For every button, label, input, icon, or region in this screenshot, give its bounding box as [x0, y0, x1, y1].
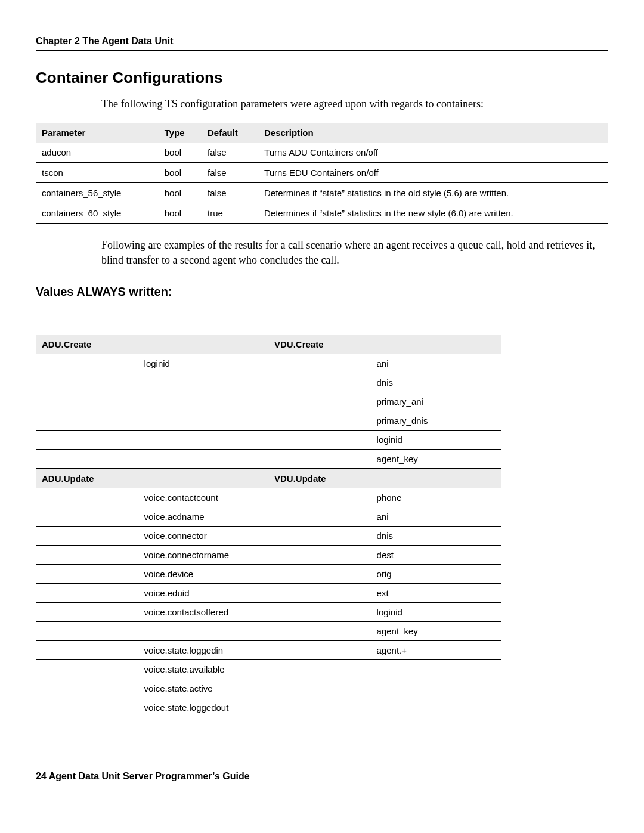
cell: [36, 488, 138, 507]
cell: [36, 526, 138, 545]
cell: voice.device: [138, 564, 268, 583]
cell: [36, 430, 138, 449]
cell: [268, 354, 371, 373]
table-row: primary_dnis: [36, 411, 501, 430]
header-adu-create: ADU.Create: [36, 335, 268, 354]
col-default: Default: [202, 123, 258, 143]
cell: [268, 621, 371, 640]
cell: bool: [159, 143, 202, 163]
cell: agent.+: [371, 640, 501, 659]
cell: [36, 354, 138, 373]
table-row: voice.state.loggedout: [36, 698, 501, 717]
table-row: voice.state.loggedin agent.+: [36, 640, 501, 659]
header-adu-update: ADU.Update: [36, 468, 268, 488]
cell: voice.state.available: [138, 659, 268, 679]
cell: voice.eduid: [138, 583, 268, 602]
cell: bool: [159, 183, 202, 203]
cell: voice.state.loggedin: [138, 640, 268, 659]
cell: [268, 583, 371, 602]
cell: voice.state.active: [138, 679, 268, 698]
cell: voice.contactcount: [138, 488, 268, 507]
cell: [36, 507, 138, 526]
cell: bool: [159, 163, 202, 183]
cell: [371, 698, 501, 717]
cell: [268, 602, 371, 621]
section-title: Container Configurations: [36, 69, 608, 87]
col-type: Type: [159, 123, 202, 143]
cell: tscon: [36, 163, 159, 183]
table-row: voice.connector dnis: [36, 526, 501, 545]
cell: voice.contactsoffered: [138, 602, 268, 621]
table-row: voice.state.available: [36, 659, 501, 679]
table-row: voice.device orig: [36, 564, 501, 583]
cell: Determines if “state” statistics in the …: [258, 183, 608, 203]
cell: false: [202, 163, 258, 183]
cell: [268, 373, 371, 392]
table-row: loginid ani: [36, 354, 501, 373]
cell: dnis: [371, 526, 501, 545]
cell: loginid: [371, 602, 501, 621]
col-description: Description: [258, 123, 608, 143]
page-footer: 24 Agent Data Unit Server Programmer’s G…: [36, 771, 608, 782]
intro-paragraph: The following TS configuration parameter…: [36, 97, 608, 111]
cell: [36, 621, 138, 640]
cell: [138, 411, 268, 430]
header-vdu-create: VDU.Create: [268, 335, 501, 354]
cell: [36, 564, 138, 583]
cell: [138, 373, 268, 392]
table-row: voice.connectorname dest: [36, 545, 501, 564]
cell: false: [202, 143, 258, 163]
cell: [36, 698, 138, 717]
cell: true: [202, 203, 258, 224]
cell: [268, 564, 371, 583]
cell: dnis: [371, 373, 501, 392]
values-subtitle: Values ALWAYS written:: [36, 285, 608, 299]
cell: voice.acdname: [138, 507, 268, 526]
cell: Turns ADU Containers on/off: [258, 143, 608, 163]
cell: [36, 679, 138, 698]
values-table: ADU.Create VDU.Create loginid ani dnis p…: [36, 335, 501, 717]
cell: containers_60_style: [36, 203, 159, 224]
table-row: voice.state.active: [36, 679, 501, 698]
cell: [36, 640, 138, 659]
cell: primary_dnis: [371, 411, 501, 430]
table-header-row: Parameter Type Default Description: [36, 123, 608, 143]
cell: Determines if “state” statistics in the …: [258, 203, 608, 224]
cell: agent_key: [371, 449, 501, 468]
cell: [268, 392, 371, 411]
cell: voice.connectorname: [138, 545, 268, 564]
chapter-header: Chapter 2 The Agent Data Unit: [36, 36, 608, 47]
cell: [371, 659, 501, 679]
cell: [268, 545, 371, 564]
values-header-row: ADU.Create VDU.Create: [36, 335, 501, 354]
cell: ani: [371, 507, 501, 526]
table-row: agent_key: [36, 621, 501, 640]
cell: [268, 679, 371, 698]
cell: [36, 411, 138, 430]
cell: [268, 507, 371, 526]
cell: Turns EDU Containers on/off: [258, 163, 608, 183]
values-header-row: ADU.Update VDU.Update: [36, 468, 501, 488]
table-row: voice.acdname ani: [36, 507, 501, 526]
cell: ext: [371, 583, 501, 602]
table-row: dnis: [36, 373, 501, 392]
col-parameter: Parameter: [36, 123, 159, 143]
cell: [138, 449, 268, 468]
cell: [36, 659, 138, 679]
cell: [268, 659, 371, 679]
table-row: containers_60_style bool true Determines…: [36, 203, 608, 224]
table-row: voice.eduid ext: [36, 583, 501, 602]
table-row: primary_ani: [36, 392, 501, 411]
table-row: aducon bool false Turns ADU Containers o…: [36, 143, 608, 163]
cell: containers_56_style: [36, 183, 159, 203]
table-row: agent_key: [36, 449, 501, 468]
cell: [268, 430, 371, 449]
cell: phone: [371, 488, 501, 507]
cell: bool: [159, 203, 202, 224]
cell: loginid: [371, 430, 501, 449]
cell: aducon: [36, 143, 159, 163]
cell: [268, 449, 371, 468]
cell: [36, 449, 138, 468]
table-row: containers_56_style bool false Determine…: [36, 183, 608, 203]
cell: [268, 526, 371, 545]
